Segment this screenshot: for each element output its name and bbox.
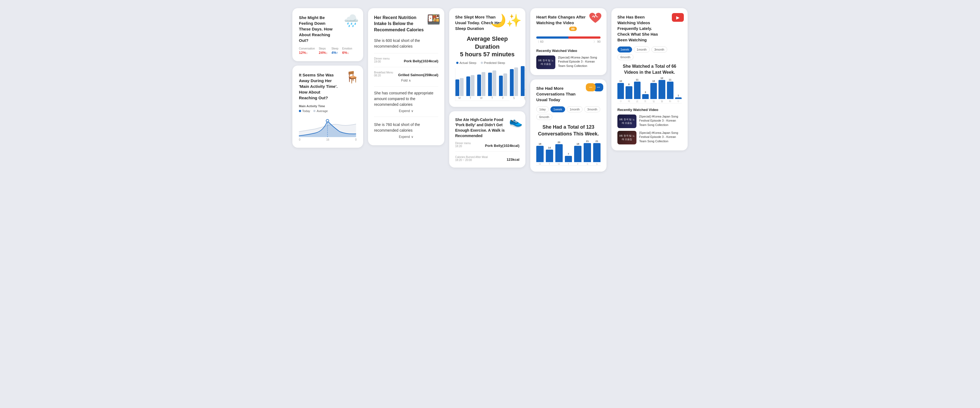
column-5: She Has Been Watching Videos Frequently …: [611, 8, 687, 151]
convo-bar-6: [593, 143, 601, 162]
exercise-meal-row: Dinner menu18:20 Pork Belly(1024kcal): [455, 142, 519, 148]
vid-info-2: [Special] #Korea-Japan Song Festival Epi…: [639, 131, 682, 143]
sleep-bar-group-F: F: [499, 73, 507, 100]
convo-bar-group-5: 21S: [584, 140, 591, 165]
vid-day-3: 토: [644, 100, 646, 103]
actual-bar-2: [477, 75, 481, 96]
vid-count-6: 11: [669, 78, 671, 81]
sleep-legend: Actual Sleep Predicted Sleep: [456, 61, 519, 65]
sleep-day-1: T: [469, 97, 471, 100]
vid-thumb-2: 3회 한국 팀 노래 모음집: [617, 131, 636, 144]
thumb-text: 3회 한국 팀 노래 모음집: [536, 58, 555, 67]
convo-day-6: S: [596, 163, 598, 165]
sleep-day-5: S: [513, 97, 515, 100]
heart-video-item: 3회 한국 팀 노래 모음집 [Special] #Korea-Japan So…: [536, 56, 601, 69]
sleep-avg-value: 5 hours 57 minutes: [455, 51, 519, 59]
convo-day-2: W: [558, 163, 560, 165]
bar-pair-2: [477, 72, 485, 96]
period-1month[interactable]: 1month: [634, 46, 650, 52]
bar-pair-5: [510, 67, 518, 96]
stat-value-steps: 24%↓: [319, 51, 328, 55]
sleep-bar-group-S: S: [510, 67, 518, 100]
legend-predicted: Predicted Sleep: [481, 61, 505, 65]
convo-count-1: 14: [548, 146, 551, 149]
stat-emotion: Emotion 6%↓: [342, 47, 352, 55]
nutrition-short-600: She is 600 kcal short of the recommended…: [374, 38, 438, 49]
vid-bar-3: [642, 94, 649, 99]
recently-videos-label: Recently Watched Video: [617, 108, 682, 112]
sleep-avg-text: Average Sleep Duration: [455, 35, 519, 51]
convo-bar-1: [546, 149, 553, 162]
convo-tab-1month[interactable]: 1month: [567, 106, 583, 112]
heart-min: 〈 60: [536, 40, 543, 44]
stat-sleep: Sleep 4%↑: [331, 47, 338, 55]
period-1week[interactable]: 1week: [617, 46, 632, 52]
convo-count-3: 7: [568, 152, 569, 155]
vid-thumb-1: 3회 한국 팀 노래 모음집: [617, 114, 636, 128]
vid-count-0: 10: [619, 80, 622, 83]
convo-bar-3: [565, 156, 572, 162]
activity-chart: [299, 115, 356, 137]
heart-svg: [588, 12, 603, 24]
ex-meal-label: Dinner menu18:20: [455, 142, 471, 148]
convo-bar-5: [584, 143, 591, 162]
fold-icon: ∧: [409, 79, 411, 83]
meal-breakfast: Breakfast Menu08:20 Grilled Salmon(259kc…: [374, 71, 438, 77]
period-6month[interactable]: 6month: [617, 54, 633, 60]
food-icon: 🍱: [427, 13, 441, 26]
convo-count-5: 21: [586, 140, 589, 143]
conversations-card: She Had More Conversations Than Usual To…: [530, 79, 606, 171]
actual-bar-3: [488, 73, 492, 96]
today-dot: [299, 110, 301, 112]
heart-bar-track: [536, 37, 601, 39]
stat-value-conversation: 12%↓: [299, 51, 308, 55]
bar-pair-0: [455, 78, 464, 96]
heart-range-labels: 〈 60 〉 90: [536, 40, 601, 44]
dinner-name: Pork Belly(1024kcal): [404, 59, 438, 63]
vid-count-3: 3: [644, 91, 646, 94]
convo-tab-6month[interactable]: 6month: [536, 114, 552, 120]
mood-title: She Might Be Feeling Down These Days. Ho…: [299, 15, 337, 43]
convo-bar-4: [574, 146, 581, 162]
pred-bar-4: [503, 73, 507, 96]
fold-button[interactable]: Fold ∧: [374, 79, 438, 83]
convo-tab-1week[interactable]: 1week: [550, 106, 565, 112]
expend-button-1[interactable]: Expend ∨: [374, 109, 438, 113]
convo-day-5: S: [587, 163, 588, 165]
vid-day-4: 일: [652, 100, 655, 103]
expend-button-2[interactable]: Expend ∨: [374, 135, 438, 139]
convo-count-2: 20: [557, 141, 560, 144]
legend-today: Today: [299, 110, 310, 113]
convo-day-0: M: [539, 163, 541, 165]
heart-title: Heart Rate Changes After Watching the Vi…: [536, 14, 591, 25]
convo-tab-1day[interactable]: 1day: [536, 106, 549, 112]
period-3month[interactable]: 3month: [651, 46, 668, 52]
divider-1: [374, 53, 438, 53]
vid-bar-group-7: 1수: [675, 94, 682, 103]
expend-icon-2: ∨: [411, 135, 414, 139]
videos-title: She Has Been Watching Videos Frequently …: [617, 14, 664, 43]
sleep-day-3: T: [492, 97, 493, 100]
vid-thumb-text-2: 3회 한국 팀 노래 모음집: [617, 133, 636, 142]
activity-card: It Seems She Was Away During Her 'Main A…: [293, 65, 363, 148]
vid-day-2: 금: [636, 100, 638, 103]
period-tabs: 1week 1month 3month 6month: [617, 46, 682, 60]
axis-start: 0: [299, 138, 301, 141]
expend-label-1: Expend: [399, 109, 410, 113]
stat-label-conversation: Conversation: [299, 47, 315, 50]
legend-average: Average: [313, 110, 328, 113]
vid-bar-0: [617, 83, 624, 99]
vid-title-2: [Special] #Korea-Japan Song Festival Epi…: [639, 131, 678, 143]
pred-bar-3: [492, 70, 496, 96]
vid-thumb-bg-2: 3회 한국 팀 노래 모음집: [617, 131, 636, 144]
convo-count-6: 21: [596, 140, 598, 143]
bubble-icons: ··· ···: [586, 83, 603, 91]
vid-title-1: [Special] #Korea-Japan Song Festival Epi…: [639, 115, 678, 127]
breakfast-label: Breakfast Menu08:20: [374, 71, 393, 77]
exercise-title: She Ate High-Calorie Food 'Pork Belly' a…: [455, 117, 507, 138]
sleep-day-0: M: [458, 97, 461, 100]
vid-bar-1: [625, 86, 632, 99]
nutrition-short-760: She is 760 kcal short of the recommended…: [374, 122, 438, 133]
convo-chart: 18M14T20W7T18F21S21S: [536, 141, 601, 166]
convo-tab-3month[interactable]: 3month: [584, 106, 600, 112]
